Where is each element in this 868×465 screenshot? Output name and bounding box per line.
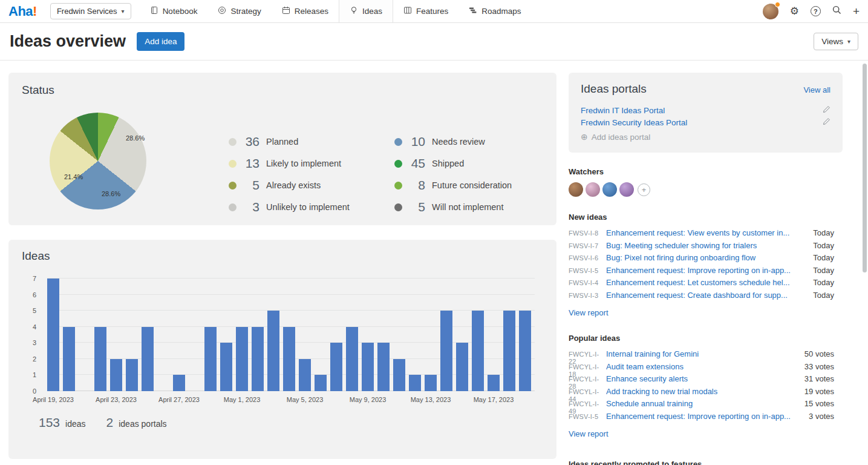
edit-pencil-icon[interactable] [823,117,830,128]
gear-icon[interactable]: ⚙ [790,6,799,16]
bar[interactable] [110,359,122,391]
bar[interactable] [252,327,264,391]
workspace-switcher[interactable]: Fredwin Services ▾ [50,3,131,19]
bar[interactable] [330,343,342,391]
bar[interactable] [409,375,421,391]
x-tick-label: May 13, 2023 [411,396,451,403]
bar[interactable] [236,327,248,391]
portal-row: Fredwin Security Ideas Portal [581,116,830,128]
idea-link[interactable]: Enhance security alerts [606,374,797,383]
nav-item-notebook[interactable]: Notebook [140,0,208,22]
idea-link[interactable]: Schedule annual training [606,399,797,408]
bar[interactable] [393,359,405,391]
notification-dot [775,2,780,7]
bar[interactable] [94,327,106,391]
status-legend-right: 10 Needs review 45 Shipped 8 Future cons… [394,131,512,218]
ideas-portals-card: Ideas portals View all Fredwin IT Ideas … [569,73,843,153]
bar[interactable] [488,375,500,391]
bar[interactable] [456,343,468,391]
bar[interactable] [362,343,374,391]
nav-label: Roadmaps [481,7,521,16]
portal-link[interactable]: Fredwin IT Ideas Portal [581,106,665,115]
add-icon[interactable]: + [853,5,860,17]
add-ideas-portal-button[interactable]: ⊕ Add ideas portal [581,132,830,142]
bar[interactable] [377,343,390,391]
help-icon[interactable]: ? [811,6,821,16]
add-idea-button[interactable]: Add idea [137,32,184,51]
idea-link[interactable]: Audit team extensions [606,362,797,371]
bar[interactable] [299,359,311,391]
idea-link[interactable]: Internal training for Gemini [606,349,797,358]
edit-pencil-icon[interactable] [823,105,830,116]
views-label: Views [821,37,843,46]
portal-row: Fredwin IT Ideas Portal [581,104,830,116]
idea-votes: 15 votes [804,399,843,408]
bar[interactable] [220,343,232,391]
watcher-avatar[interactable] [619,182,634,197]
idea-link[interactable]: Bug: Pixel not firing during onboarding … [606,253,806,262]
legend-dot [229,203,237,211]
x-tick-label: April 19, 2023 [33,396,74,403]
bar[interactable] [63,327,75,391]
legend-count: 36 [241,134,259,149]
status-card: Status 28.6% 21.4% 28.6% 36 Planned 13 L… [8,73,556,225]
views-button[interactable]: Views ▾ [814,33,858,50]
y-axis-labels: 01234567 [25,279,42,391]
bar[interactable] [472,311,484,391]
bar[interactable] [519,311,531,391]
nav-item-strategy[interactable]: Strategy [207,0,271,22]
status-card-title: Status [22,84,543,97]
bar[interactable] [126,359,138,391]
bar[interactable] [315,375,327,391]
watcher-avatar[interactable] [586,182,600,197]
bar[interactable] [346,327,358,391]
bar[interactable] [503,311,515,391]
y-tick-label: 1 [33,371,36,378]
logo-bang: ! [33,4,37,19]
nav-item-roadmaps[interactable]: Roadmaps [458,0,531,22]
status-pie-chart[interactable]: 28.6% 21.4% 28.6% [50,113,146,209]
new-ideas-title: New ideas [569,213,843,222]
view-report-link[interactable]: View report [569,429,609,438]
vertical-scrollbar[interactable] [863,64,867,272]
nav-item-releases[interactable]: Releases [272,0,339,22]
watcher-avatar[interactable] [602,182,617,197]
x-tick-label: May 5, 2023 [287,396,324,403]
watcher-avatar[interactable] [569,182,583,197]
idea-id: FWSV-I-3 [569,292,606,299]
list-item: FWSV-I-7 Bug: Meeting scheduler showing … [569,241,843,254]
top-nav: Aha! Fredwin Services ▾ Notebook Strateg… [0,0,868,23]
bar[interactable] [425,375,437,391]
nav-label: Ideas [362,7,382,16]
bar[interactable] [204,327,217,391]
bar[interactable] [267,311,279,391]
legend-label: Will not implement [432,202,503,212]
add-watcher-button[interactable]: + [638,183,650,196]
search-icon[interactable] [832,5,841,17]
idea-link[interactable]: Bug: Meeting scheduler showing for trial… [606,241,806,250]
idea-date: Today [813,253,843,262]
x-tick-label: April 23, 2023 [96,396,137,403]
bar[interactable] [283,327,295,391]
idea-link[interactable]: Enhancement request: Let customers sched… [606,278,806,287]
bar[interactable] [47,279,59,391]
legend-count: 3 [241,200,259,214]
bar[interactable] [173,375,185,391]
bar[interactable] [142,327,154,391]
bar[interactable] [440,311,452,391]
view-all-link[interactable]: View all [803,85,830,94]
idea-link[interactable]: Enhancement request: Improve reporting o… [606,266,806,275]
view-report-link[interactable]: View report [569,308,609,317]
idea-link[interactable]: Enhancement request: Improve reporting o… [606,412,801,421]
nav-item-ideas[interactable]: Ideas [339,0,393,22]
portal-link[interactable]: Fredwin Security Ideas Portal [581,118,687,127]
aha-logo[interactable]: Aha! [8,0,37,22]
nav-item-features[interactable]: Features [393,0,458,22]
idea-link[interactable]: Enhancement request: View events by cust… [606,228,806,237]
idea-link[interactable]: Enhancement request: Create dashboard fo… [606,291,806,300]
watchers-avatars: + [569,182,843,197]
user-avatar[interactable] [763,4,778,19]
idea-link[interactable]: Add tracking to new trial modals [606,387,797,396]
x-tick-label: May 1, 2023 [224,396,261,403]
idea-date: Today [813,278,843,287]
